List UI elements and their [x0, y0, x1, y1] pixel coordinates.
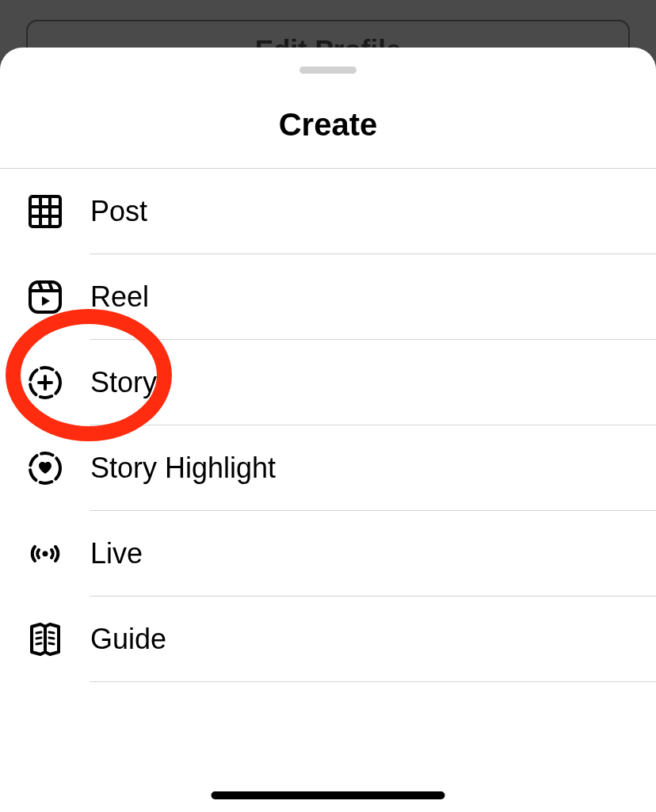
svg-rect-0: [30, 196, 60, 227]
menu-item-label: Guide: [90, 623, 166, 656]
story-plus-icon: [14, 364, 76, 401]
menu-item-story-highlight[interactable]: Story Highlight: [0, 425, 656, 511]
menu-item-label: Story Highlight: [90, 452, 276, 485]
menu-item-live[interactable]: Live: [0, 511, 656, 597]
reel-icon: [14, 280, 76, 315]
svg-point-13: [43, 551, 48, 557]
svg-line-15: [36, 632, 41, 633]
home-indicator[interactable]: [212, 791, 445, 799]
svg-line-19: [49, 638, 54, 639]
menu-item-label: Reel: [90, 280, 149, 314]
svg-line-16: [36, 638, 41, 639]
live-icon: [14, 536, 76, 572]
sheet-grabber[interactable]: [299, 67, 357, 74]
menu-item-label: Live: [90, 537, 143, 570]
create-sheet: Create Post: [0, 48, 656, 812]
create-menu: Post Reel: [0, 169, 656, 682]
svg-line-20: [49, 643, 54, 644]
guide-icon: [14, 621, 76, 658]
svg-line-18: [49, 632, 54, 633]
menu-item-story[interactable]: Story: [0, 340, 656, 425]
menu-item-reel[interactable]: Reel: [0, 254, 656, 340]
story-heart-icon: [14, 450, 76, 486]
menu-item-label: Story: [90, 366, 157, 399]
menu-item-post[interactable]: Post: [0, 169, 656, 254]
svg-rect-5: [30, 282, 60, 312]
divider: [90, 681, 656, 682]
menu-item-label: Post: [90, 195, 147, 228]
svg-line-17: [36, 643, 41, 644]
menu-item-guide[interactable]: Guide: [0, 597, 656, 682]
grid-icon: [14, 195, 76, 228]
sheet-title: Create: [0, 107, 656, 169]
